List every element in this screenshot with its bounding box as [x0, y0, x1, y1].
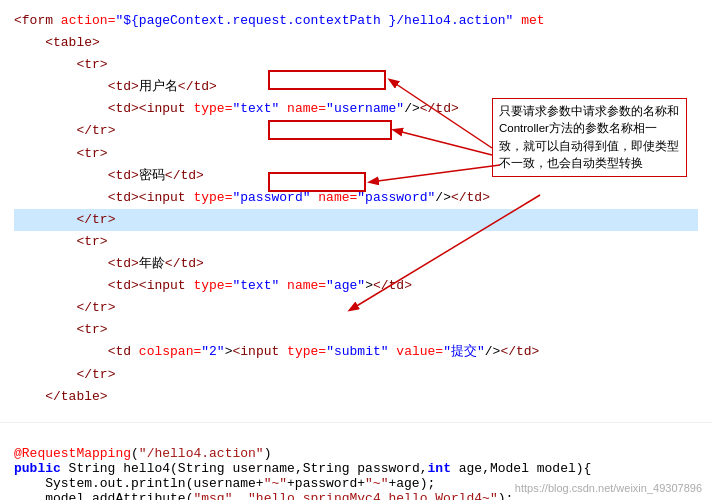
tr2-td2: <td><input type="password" name="passwor…: [14, 187, 698, 209]
tr4-td: <td colspan="2"><input type="submit" val…: [14, 341, 698, 363]
request-mapping: @RequestMapping("/hello4.action"): [14, 446, 698, 461]
code-area: <form action="${pageContext.request.cont…: [0, 0, 712, 418]
tr4-open: <tr>: [14, 319, 698, 341]
table-open: <table>: [14, 32, 698, 54]
method-signature: public String hello4(String username,Str…: [14, 461, 698, 476]
tr2-close-highlight: </tr>: [14, 209, 698, 231]
table-close: </table>: [14, 386, 698, 408]
annotation-text: 只要请求参数中请求参数的名称和Controller方法的参数名称相一致，就可以自…: [499, 105, 679, 169]
tr3-td1: <td>年龄</td>: [14, 253, 698, 275]
tr3-td2: <td><input type="text" name="age"></td>: [14, 275, 698, 297]
form-line: <form action="${pageContext.request.cont…: [14, 10, 698, 32]
tr1-open: <tr>: [14, 54, 698, 76]
watermark: https://blog.csdn.net/weixin_49307896: [515, 482, 702, 494]
tr4-close: </tr>: [14, 364, 698, 386]
blank-line: [14, 431, 698, 446]
tr3-close: </tr>: [14, 297, 698, 319]
tr1-td1: <td>用户名</td>: [14, 76, 698, 98]
annotation-box: 只要请求参数中请求参数的名称和Controller方法的参数名称相一致，就可以自…: [492, 98, 687, 177]
tr3-open: <tr>: [14, 231, 698, 253]
